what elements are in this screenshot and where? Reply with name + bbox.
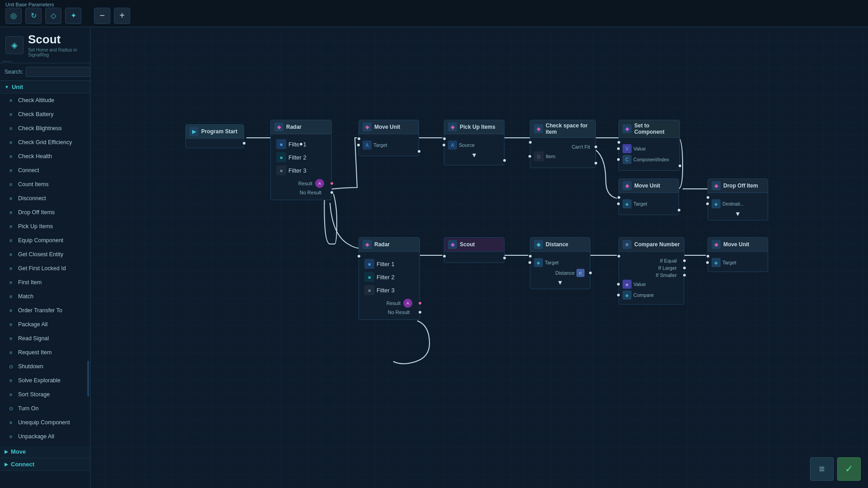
sidebar-item-23[interactable]: ≡ Unequip Component [0,416,90,430]
port-if-equal[interactable] [682,258,687,263]
port-cmp-in[interactable] [617,254,621,258]
port-sc-in[interactable] [617,140,621,145]
port-comp-in[interactable] [616,157,621,162]
port-r2-in[interactable] [357,254,361,258]
sidebar-item-9[interactable]: ≡ Pick Up Items [0,220,90,234]
sidebar-item-8[interactable]: ≡ Drop Off Items [0,206,90,220]
result-port-icon[interactable]: A [315,179,324,188]
sidebar-item-15[interactable]: ≡ Order Transfer To [0,304,90,318]
move-unit1-title: Move Unit [374,124,400,130]
port-pickup-in[interactable] [442,136,447,141]
sidebar-label-24: Unpackage All [18,433,54,440]
sidebar-item-14[interactable]: ≡ Match [0,290,90,304]
tool-btn-3[interactable]: ◇ [45,8,61,24]
port-pickup-out[interactable] [502,158,507,163]
dist-dropdown: ▼ [534,279,586,286]
port-do-in[interactable] [706,195,710,200]
sidebar-item-4[interactable]: ≡ Check Health [0,150,90,164]
port-cmp-compare[interactable] [616,293,621,297]
sidebar-item-10[interactable]: ≡ Equip Component [0,234,90,248]
port-mu2-out[interactable] [677,208,681,212]
tool-btn-2[interactable]: ↻ [25,8,42,24]
port-mu3-in[interactable] [706,254,710,258]
port-mu1-out[interactable] [417,149,421,154]
port-r2-noresult[interactable] [418,310,422,314]
sidebar-group-unit[interactable]: ▼ Unit [0,81,90,94]
port-if-larger[interactable] [682,266,687,270]
sidebar-item-3[interactable]: ≡ Check Grid Efficiency [0,136,90,150]
sidebar-item-1[interactable]: ≡ Check Battery [0,108,90,122]
port-mu2-target[interactable] [616,202,621,206]
distance-title: Distance [546,241,568,248]
sidebar-item-17[interactable]: ≡ Read Signal [0,332,90,346]
port-result-right[interactable] [330,181,334,186]
tool-btn-4[interactable]: ✦ [65,8,81,24]
port-mu2-in[interactable] [617,195,621,200]
port-cs-in[interactable] [528,140,533,145]
port-dest-in[interactable] [705,202,710,206]
mu2-target-label: Target [633,201,647,206]
menu-button[interactable]: ≡ [810,457,834,481]
check-icon: ✓ [845,463,853,475]
sidebar-item-22[interactable]: ⊙ Turn On [0,402,90,416]
port-if-smaller[interactable] [682,273,687,277]
port-dist-target[interactable] [528,260,532,265]
sidebar-icon-16: ≡ [7,321,14,328]
port-item-in[interactable] [528,154,532,159]
bottom-right-controls: ≡ ✓ [810,457,861,481]
port-r2-result[interactable] [418,301,422,305]
port-mu1-in[interactable] [357,136,361,141]
sidebar-group-move[interactable]: ▶ Move [0,446,90,458]
sidebar-item-0[interactable]: ≡ Check Altitude [0,94,90,108]
sidebar-item-18[interactable]: ≡ Request Item [0,346,90,360]
plus-button[interactable]: + [114,8,130,24]
sidebar-item-11[interactable]: ≡ Get Closest Entity [0,248,90,262]
sidebar-group-connect[interactable]: ▶ Connect [0,458,90,471]
port-target-in[interactable] [356,143,361,147]
port-scout-out[interactable] [502,256,507,260]
check-space-icon: ◈ [534,124,543,133]
scrollbar[interactable] [87,361,89,397]
sidebar-item-16[interactable]: ≡ Package All [0,318,90,332]
page-subtitle: Set Home and Radius in SignalReg [28,47,85,57]
port-cs-out[interactable] [594,161,598,165]
move-unit3-body: ◈ Target [708,252,768,272]
node-radar2: ◈ Radar ■ Filter 1 ■ Filter 2 ■ Filter 3… [359,237,420,320]
sidebar-item-20[interactable]: ≡ Solve Explorable [0,374,90,388]
sidebar-item-24[interactable]: ≡ Unpackage All [0,430,90,444]
port-dist-out[interactable] [588,271,593,275]
sidebar-item-6[interactable]: ≡ Count Items [0,178,90,192]
sidebar-item-12[interactable]: ≡ Get First Locked Id [0,262,90,276]
group-arrow: ▼ [5,84,9,89]
sidebar-item-2[interactable]: ≡ Check Blightness [0,122,90,136]
radar2-icon: ◈ [363,240,372,249]
sidebar-item-7[interactable]: ≡ Disconnect [0,192,90,206]
port-filter1-left[interactable] [299,142,303,146]
sidebar-item-21[interactable]: ≡ Sort Storage [0,388,90,402]
sidebar-label-2: Check Blightness [18,125,62,131]
minus-button[interactable]: − [94,8,110,24]
tool-btn-1[interactable]: ◎ [5,8,22,24]
port-dist-in[interactable] [528,254,533,258]
port-cant-fit[interactable] [594,145,598,149]
r2-result-label: Result [387,300,401,306]
r2-result-icon[interactable]: A [403,299,412,308]
sidebar-item-5[interactable]: ≡ Connect [0,164,90,178]
port-scout-in[interactable] [442,254,447,258]
port-out[interactable] [242,141,246,145]
canvas-area[interactable]: ▶ Program Start ◈ Radar ■ Filter 1 ■ Fil… [90,27,868,488]
search-input[interactable] [26,67,90,77]
port-source-in[interactable] [442,143,446,147]
sidebar-label-8: Drop Off Items [18,209,55,216]
sidebar-item-19[interactable]: ⊙ Shutdown [0,360,90,374]
port-sc-out[interactable] [678,164,682,168]
port-mu3-target[interactable] [705,260,710,265]
filter2-label: Filter 2 [288,154,307,161]
port-value-in[interactable] [616,146,621,151]
if-larger-row: If Larger [623,265,680,271]
confirm-button[interactable]: ✓ [837,457,861,481]
port-noresult-right[interactable] [330,190,334,195]
sidebar-item-13[interactable]: ≡ First Item [0,276,90,290]
node-program-start: ▶ Program Start [185,124,244,148]
port-cmp-value[interactable] [616,282,621,286]
